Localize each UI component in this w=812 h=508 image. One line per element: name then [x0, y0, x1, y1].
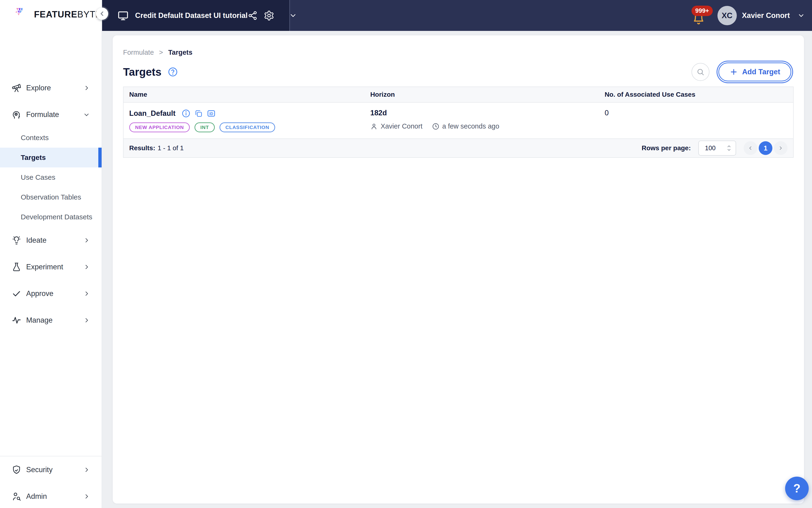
sidebar-subitem-contexts[interactable]: Contexts [0, 128, 102, 147]
targets-table: Name Horizon No. of Associated Use Cases… [123, 87, 794, 158]
share-icon[interactable] [247, 10, 258, 21]
person-icon [370, 123, 378, 130]
sidebar-nav: Explore Formulate Contexts Targets Use C… [0, 75, 102, 334]
results-range: 1 - 1 of 1 [157, 144, 184, 152]
rows-per-page-select[interactable]: 100 [698, 140, 736, 156]
featurebyte-logo-icon [15, 7, 30, 22]
sidebar: FEATUREBYTE Explore Formulate Contexts T… [0, 0, 102, 508]
notification-badge: 999+ [691, 6, 713, 16]
sidebar-item-label: Manage [26, 316, 80, 325]
title-help-icon[interactable] [168, 67, 178, 77]
sidebar-item-label: Formulate [26, 111, 80, 119]
brand-logo[interactable]: FEATUREBYTE [0, 0, 102, 23]
sidebar-subitem-label: Targets [21, 154, 46, 162]
user-name: Xavier Conort [742, 11, 790, 20]
sidebar-item-label: Ideate [26, 236, 80, 245]
horizon-value: 182d [370, 109, 593, 117]
pager: 1 [743, 141, 787, 155]
user-area: 999+ XC Xavier Conort [690, 6, 812, 26]
gear-icon[interactable] [264, 10, 274, 21]
workspace-tab[interactable]: Credit Default Dataset UI tutorial [102, 0, 290, 31]
sidebar-subitem-label: Development Datasets [21, 213, 92, 221]
chevron-right-icon [83, 466, 90, 473]
tag-badge: CLASSIFICATION [220, 122, 275, 132]
sidebar-subitem-label: Use Cases [21, 173, 55, 181]
info-icon[interactable] [182, 109, 190, 118]
sidebar-item-admin[interactable]: Admin [0, 483, 102, 508]
page-number-button[interactable]: 1 [759, 141, 772, 155]
target-name[interactable]: Loan_Default [129, 109, 175, 118]
sidebar-item-label: Explore [26, 84, 80, 92]
sidebar-subitem-development-datasets[interactable]: Development Datasets [0, 207, 102, 227]
sidebar-item-formulate[interactable]: Formulate [0, 101, 102, 128]
sidebar-collapse-button[interactable] [96, 7, 108, 20]
breadcrumb-parent[interactable]: Formulate [123, 49, 154, 56]
column-header-use-cases: No. of Associated Use Cases [599, 91, 793, 98]
previous-page-button[interactable] [743, 141, 757, 155]
svg-text:ID: ID [209, 112, 213, 116]
content-card: Formulate > Targets Targets Add Target [113, 35, 804, 504]
target-name-line: Loan_Default ID [129, 109, 359, 118]
avatar[interactable]: XC [717, 6, 737, 25]
cell-name: Loan_Default ID NEW APPLICATION [124, 102, 364, 138]
activity-icon [11, 315, 21, 325]
search-button[interactable] [691, 63, 710, 81]
clock-icon [432, 123, 440, 130]
workspace-actions [247, 10, 297, 21]
user-menu-chevron-down-icon[interactable] [797, 12, 805, 19]
brand-wordmark: FEATUREBYTE [34, 9, 102, 19]
flask-icon [11, 262, 21, 272]
target-tags: NEW APPLICATION INT CLASSIFICATION [129, 122, 359, 132]
sidebar-subitem-observation-tables[interactable]: Observation Tables [0, 187, 102, 207]
brand-wordmark-bold: FEATURE [34, 9, 77, 19]
select-chevrons-icon [726, 144, 732, 152]
rows-per-page-label: Rows per page: [642, 144, 691, 152]
sidebar-subitem-label: Observation Tables [21, 193, 81, 201]
cell-horizon: 182d Xavier Conort a few seconds ago [364, 102, 599, 138]
tag-badge: INT [194, 122, 215, 132]
sidebar-item-ideate[interactable]: Ideate [0, 227, 102, 254]
workspace-title: Credit Default Dataset UI tutorial [135, 11, 247, 20]
sidebar-item-label: Approve [26, 289, 80, 298]
sidebar-item-label: Admin [26, 492, 80, 501]
notifications-button[interactable]: 999+ [690, 6, 715, 26]
main-content: Formulate > Targets Targets Add Target [102, 31, 812, 508]
rows-per-page-value: 100 [705, 144, 716, 152]
next-page-button[interactable] [774, 141, 787, 155]
table-row[interactable]: Loan_Default ID NEW APPLICATION [124, 102, 793, 138]
telescope-icon [11, 83, 21, 93]
chevron-right-icon [83, 264, 90, 270]
search-icon [696, 68, 705, 76]
sidebar-item-experiment[interactable]: Experiment [0, 254, 102, 280]
add-target-button[interactable]: Add Target [718, 62, 791, 81]
created-at: a few seconds ago [442, 122, 499, 130]
copy-icon[interactable] [194, 109, 203, 118]
sidebar-subitem-use-cases[interactable]: Use Cases [0, 167, 102, 187]
id-icon[interactable]: ID [207, 109, 216, 118]
check-icon [11, 289, 21, 299]
page-title-row: Targets Add Target [123, 62, 794, 82]
chevron-right-icon [83, 85, 90, 91]
column-header-name: Name [124, 91, 364, 98]
cell-use-cases: 0 [599, 102, 793, 138]
created-by: Xavier Conort [380, 122, 422, 130]
sidebar-item-explore[interactable]: Explore [0, 75, 102, 101]
sidebar-subitem-targets[interactable]: Targets [0, 147, 102, 167]
sidebar-bottom-group: Security Admin [0, 456, 102, 508]
top-header: Credit Default Dataset UI tutorial 999+ … [102, 0, 812, 31]
page-title: Targets [123, 66, 162, 78]
chevron-right-icon [83, 317, 90, 324]
chevron-right-icon [83, 493, 90, 500]
sidebar-item-security[interactable]: Security [0, 456, 102, 483]
sidebar-item-manage[interactable]: Manage [0, 307, 102, 334]
sidebar-subitem-label: Contexts [21, 134, 49, 142]
help-fab-button[interactable]: ? [785, 477, 809, 500]
add-target-label: Add Target [742, 68, 780, 76]
sidebar-item-label: Security [26, 466, 80, 474]
sidebar-item-approve[interactable]: Approve [0, 280, 102, 307]
user-search-icon [11, 492, 21, 501]
breadcrumb: Formulate > Targets [123, 49, 794, 56]
plus-icon [729, 68, 738, 76]
workspace-chevron-down-icon[interactable] [289, 11, 297, 19]
sidebar-item-label: Experiment [26, 263, 80, 271]
